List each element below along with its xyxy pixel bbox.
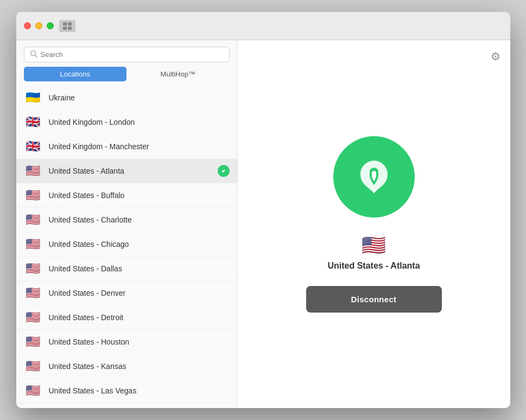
list-item[interactable]: 🇺🇸United States - Detroit xyxy=(16,306,237,330)
list-item[interactable]: 🇺🇸United States - Atlanta xyxy=(16,159,237,183)
vpn-logo xyxy=(333,136,415,218)
tab-locations[interactable]: Locations xyxy=(24,67,127,81)
connected-location: 🇺🇸 United States - Atlanta xyxy=(327,234,420,271)
list-item[interactable]: 🇺🇸United States - Chicago xyxy=(16,232,237,257)
surfshark-logo-icon xyxy=(352,155,396,199)
svg-rect-1 xyxy=(68,22,72,26)
flag-icon: 🇺🇸 xyxy=(24,262,42,275)
location-name-label: Ukraine xyxy=(49,93,230,102)
svg-rect-2 xyxy=(63,27,67,30)
search-bar xyxy=(16,40,237,67)
list-item[interactable]: 🇺🇸United States - Charlotte xyxy=(16,208,237,232)
location-list: 🇺🇦Ukraine🇬🇧United Kingdom - London🇬🇧Unit… xyxy=(16,86,237,408)
list-item[interactable]: 🇺🇸United States - Dallas xyxy=(16,257,237,281)
location-name-label: United States - Kansas xyxy=(49,362,230,371)
location-name-label: United States - Buffalo xyxy=(49,191,230,200)
flag-icon: 🇺🇸 xyxy=(24,311,42,324)
location-name-label: United States - Charlotte xyxy=(49,215,230,224)
maximize-button[interactable] xyxy=(47,22,54,29)
connected-location-name: United States - Atlanta xyxy=(327,261,420,271)
list-item[interactable]: 🇺🇸United States - Las Vegas xyxy=(16,379,237,403)
app-window: Locations MultiHop™ 🇺🇦Ukraine🇬🇧United Ki… xyxy=(16,12,510,408)
disconnect-button[interactable]: Disconnect xyxy=(306,286,442,313)
window-icon xyxy=(59,20,75,32)
minimize-button[interactable] xyxy=(35,22,42,29)
location-name-label: United States - Dallas xyxy=(49,264,230,273)
list-item[interactable]: 🇺🇸United States - Houston xyxy=(16,330,237,354)
traffic-lights xyxy=(24,22,54,29)
flag-icon: 🇺🇦 xyxy=(24,91,42,104)
search-icon xyxy=(30,50,37,59)
flag-icon: 🇬🇧 xyxy=(24,140,42,153)
svg-rect-0 xyxy=(63,22,67,26)
location-name-label: United States - Houston xyxy=(49,338,230,346)
search-input-wrap xyxy=(24,47,230,62)
list-item[interactable]: 🇬🇧United Kingdom - London xyxy=(16,110,237,135)
flag-icon: 🇺🇸 xyxy=(24,164,42,177)
flag-icon: 🇺🇸 xyxy=(24,213,42,226)
list-item[interactable]: 🇬🇧United Kingdom - Manchester xyxy=(16,135,237,159)
flag-icon: 🇺🇸 xyxy=(24,189,42,202)
settings-button[interactable]: ⚙ xyxy=(491,50,500,63)
tab-multihop[interactable]: MultiHop™ xyxy=(126,67,230,81)
list-item[interactable]: 🇺🇦Ukraine xyxy=(16,86,237,110)
search-input[interactable] xyxy=(41,50,224,59)
list-item[interactable]: 🇺🇸United States - Buffalo xyxy=(16,183,237,208)
location-name-label: United States - Atlanta xyxy=(49,167,211,175)
svg-line-5 xyxy=(35,55,37,58)
location-name-label: United States - Las Vegas xyxy=(49,386,230,395)
active-indicator xyxy=(218,165,230,177)
location-name-label: United Kingdom - Manchester xyxy=(49,142,230,151)
sidebar: Locations MultiHop™ 🇺🇦Ukraine🇬🇧United Ki… xyxy=(16,40,238,408)
flag-icon: 🇺🇸 xyxy=(24,238,42,251)
titlebar xyxy=(16,12,510,40)
connected-flag: 🇺🇸 xyxy=(362,234,386,257)
close-button[interactable] xyxy=(24,22,31,29)
svg-rect-3 xyxy=(68,27,72,30)
list-item[interactable]: 🇺🇸United States - ... xyxy=(16,403,237,408)
right-panel: ⚙ 🇺🇸 United States - Atlanta Disconnect xyxy=(238,40,510,408)
list-item[interactable]: 🇺🇸United States - Denver xyxy=(16,281,237,306)
main-content: Locations MultiHop™ 🇺🇦Ukraine🇬🇧United Ki… xyxy=(16,40,510,408)
svg-marker-6 xyxy=(222,170,225,173)
flag-icon: 🇺🇸 xyxy=(24,384,42,397)
location-name-label: United States - Detroit xyxy=(49,313,230,322)
flag-icon: 🇺🇸 xyxy=(24,287,42,300)
flag-icon: 🇺🇸 xyxy=(24,335,42,348)
flag-icon: 🇬🇧 xyxy=(24,116,42,129)
tabs-container: Locations MultiHop™ xyxy=(16,67,237,86)
flag-icon: 🇺🇸 xyxy=(24,360,42,373)
location-name-label: United States - Denver xyxy=(49,289,230,297)
location-name-label: United Kingdom - London xyxy=(49,118,230,126)
location-name-label: United States - Chicago xyxy=(49,240,230,249)
list-item[interactable]: 🇺🇸United States - Kansas xyxy=(16,354,237,379)
